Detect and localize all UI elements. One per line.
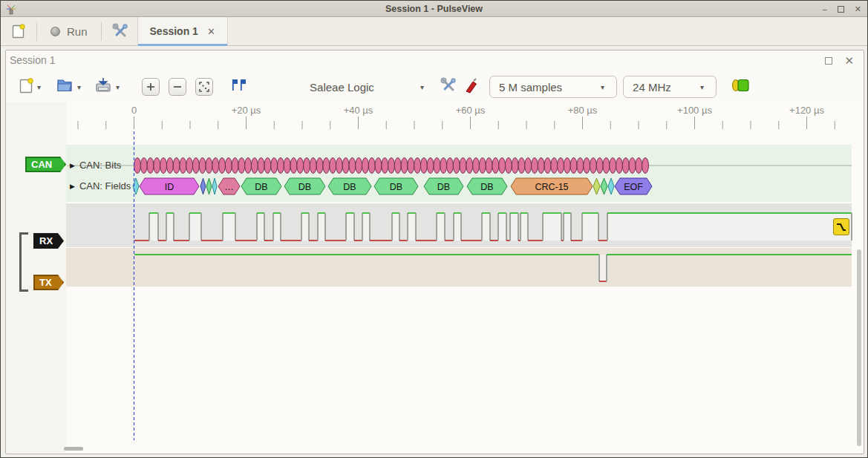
maximize-icon[interactable] <box>838 6 844 13</box>
sample-count-value: 5 M samples <box>499 81 562 94</box>
zoom-out-icon <box>173 82 182 91</box>
toolbar-separator <box>101 22 102 41</box>
open-button[interactable] <box>56 77 74 96</box>
device-name: Saleae Logic <box>310 81 374 94</box>
run-state-icon <box>50 27 60 36</box>
dock-float-icon[interactable] <box>825 57 832 65</box>
close-icon[interactable]: ✕ <box>855 5 861 13</box>
channels-button[interactable] <box>464 77 479 96</box>
ruler-label: +80 µs <box>568 105 598 116</box>
session-toolbar: ▾ ▾ ▾ <box>19 73 852 101</box>
new-file-button[interactable] <box>19 76 33 97</box>
active-tab-indicator <box>138 44 227 46</box>
settings-button[interactable] <box>108 20 133 42</box>
tab-label: Session 1 <box>150 25 198 37</box>
zoom-out-button[interactable] <box>169 78 186 96</box>
run-label: Run <box>67 25 88 38</box>
sample-rate-select[interactable]: 24 MHz ▾ <box>623 76 717 98</box>
open-folder-icon <box>56 77 74 94</box>
new-file-dropdown-caret[interactable]: ▾ <box>37 83 41 91</box>
decoder-icon <box>730 78 752 93</box>
sample-count-select[interactable]: 5 M samples ▾ <box>489 76 617 98</box>
trigger-flags-icon <box>231 79 247 92</box>
ruler: 0+20 µs+40 µs+60 µs+80 µs+100 µs+120 µs <box>1 105 867 116</box>
horizontal-scrollbar[interactable] <box>64 447 83 451</box>
tab-session-1[interactable]: Session 1 ✕ <box>137 17 228 46</box>
titlebar[interactable]: Session 1 - PulseView – ✕ <box>1 1 867 17</box>
device-config-wrench-icon <box>440 77 457 94</box>
add-decoder-button[interactable] <box>730 78 752 96</box>
channel-group-bracket[interactable] <box>19 232 28 292</box>
rx-trigger-badge[interactable] <box>833 218 849 235</box>
zoom-fit-button[interactable] <box>195 78 213 96</box>
trigger-markers-button[interactable] <box>231 79 247 95</box>
tx-row-background <box>66 248 852 287</box>
ruler-label: 0 <box>131 105 137 116</box>
main-toolbar: Run Session 1 ✕ <box>1 17 867 46</box>
new-session-button[interactable] <box>7 20 30 42</box>
dock-title: Session 1 <box>10 54 55 66</box>
probe-icon <box>464 77 479 94</box>
expand-arrow-icon[interactable]: ▶ <box>70 183 75 190</box>
tab-close-icon[interactable]: ✕ <box>207 26 215 37</box>
save-icon <box>94 76 112 94</box>
run-button[interactable]: Run <box>43 20 95 42</box>
zoom-in-button[interactable] <box>142 78 160 96</box>
window-title: Session 1 - PulseView <box>1 4 867 14</box>
save-button[interactable] <box>94 76 112 97</box>
minimize-icon[interactable]: – <box>823 5 827 13</box>
tx-channel-tag[interactable]: TX <box>33 275 64 290</box>
device-select[interactable]: Saleae Logic ▾ <box>310 81 427 94</box>
ruler-label: +120 µs <box>789 105 824 116</box>
new-session-icon <box>11 23 26 39</box>
can-fields-row-label[interactable]: ▶CAN: Fields <box>70 180 131 192</box>
tools-wrench-icon <box>112 23 128 39</box>
configure-device-button[interactable] <box>440 77 457 96</box>
new-file-icon <box>19 76 33 94</box>
open-dropdown-caret[interactable]: ▾ <box>77 83 81 91</box>
save-dropdown-caret[interactable]: ▾ <box>116 83 120 91</box>
dock-close-icon[interactable]: ✕ <box>844 55 854 66</box>
rx-channel-tag[interactable]: RX <box>33 233 64 249</box>
sample-rate-caret: ▾ <box>700 83 704 91</box>
expand-arrow-icon[interactable]: ▶ <box>70 162 75 169</box>
decoder-row-background <box>66 145 852 202</box>
rx-row-background <box>66 203 852 247</box>
ruler-label: +100 µs <box>677 105 712 116</box>
sample-rate-value: 24 MHz <box>633 81 671 94</box>
zoom-in-icon <box>146 82 155 91</box>
pulseview-window: Session 1 - PulseView – ✕ Run <box>0 0 868 458</box>
zoom-fit-icon <box>199 82 209 92</box>
ruler-label: +60 µs <box>456 105 486 116</box>
toolbar-separator <box>36 22 37 41</box>
can-bits-row-label[interactable]: ▶CAN: Bits <box>70 160 121 171</box>
device-select-caret: ▾ <box>420 83 424 91</box>
vertical-scrollbar[interactable] <box>857 249 861 446</box>
sample-count-caret: ▾ <box>601 83 604 91</box>
ruler-label: +40 µs <box>344 105 373 116</box>
can-decoder-tag[interactable]: CAN <box>25 157 66 172</box>
ruler-label: +20 µs <box>232 105 261 116</box>
falling-edge-icon <box>835 221 847 233</box>
